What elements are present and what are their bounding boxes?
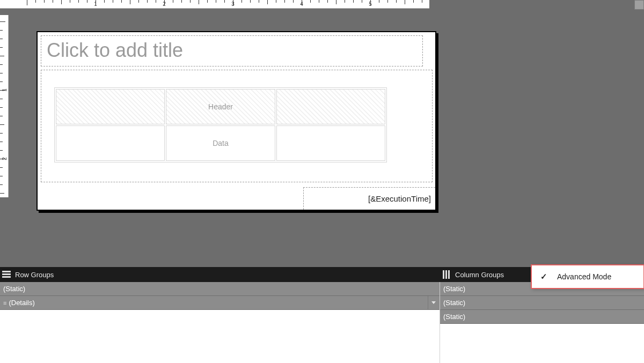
tablix-data-row[interactable]: Data [56, 125, 385, 161]
svg-rect-1 [2, 273, 11, 275]
tablix-data-cell[interactable] [56, 125, 165, 161]
row-group-dropdown[interactable] [428, 296, 438, 309]
row-groups-title: Row Groups [15, 271, 54, 279]
column-group-item[interactable]: (Static) [440, 310, 644, 324]
report-page[interactable]: Click to add title Header Data [&Executi… [36, 31, 436, 211]
tablix[interactable]: Header Data [54, 87, 387, 162]
checkmark-icon: ✓ [540, 272, 547, 281]
vertical-ruler: 12 [0, 15, 9, 197]
row-group-label: (Details) [9, 296, 34, 310]
advanced-mode-label: Advanced Mode [557, 272, 611, 281]
horizontal-ruler: 12345 [0, 0, 429, 9]
svg-rect-4 [445, 270, 447, 279]
design-canvas[interactable]: Click to add title Header Data [&Executi… [10, 10, 644, 267]
svg-rect-0 [2, 271, 11, 272]
tablix-header-cell[interactable] [56, 89, 165, 124]
report-title-placeholder[interactable]: Click to add title [41, 35, 423, 66]
tablix-header-cell[interactable]: Header [166, 89, 275, 124]
row-groups-list[interactable]: (Static) (Details) [0, 282, 440, 363]
tablix-data-cell[interactable] [276, 125, 385, 161]
column-group-item[interactable]: (Static) [440, 296, 644, 310]
scrollbar-corner[interactable] [634, 0, 644, 10]
row-groups-icon [2, 270, 11, 279]
tablix-header-cell[interactable] [276, 89, 385, 124]
row-group-item[interactable]: (Details) [0, 296, 440, 310]
tablix-header-row[interactable]: Header [56, 89, 385, 124]
page-footer-execution-time[interactable]: [&ExecutionTime] [303, 187, 435, 210]
column-groups-icon [442, 270, 451, 279]
svg-rect-2 [2, 276, 11, 278]
svg-rect-3 [443, 270, 444, 279]
column-groups-title: Column Groups [455, 271, 504, 279]
svg-rect-5 [448, 270, 450, 279]
advanced-mode-menu-item[interactable]: ✓ Advanced Mode [531, 265, 644, 288]
tablix-data-cell[interactable]: Data [166, 125, 275, 161]
column-groups-list[interactable]: (Static) (Static) (Static) [440, 282, 644, 363]
row-group-item[interactable]: (Static) [0, 282, 440, 296]
report-body[interactable]: Header Data [41, 70, 433, 182]
